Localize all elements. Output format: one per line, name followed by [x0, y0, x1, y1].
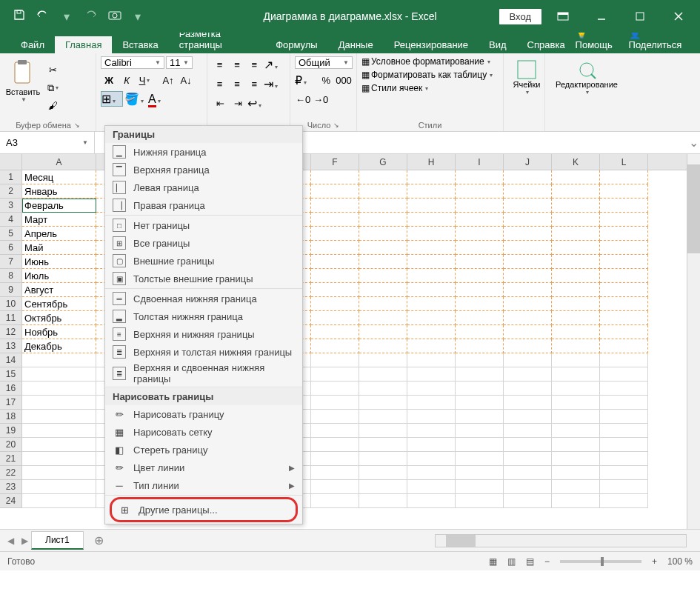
cell[interactable] [552, 255, 600, 269]
redo-icon[interactable] [83, 9, 98, 24]
zoom-slider[interactable] [560, 560, 641, 563]
cell[interactable] [504, 382, 552, 396]
row-header[interactable]: 8 [0, 269, 21, 283]
cell[interactable] [407, 424, 456, 438]
cell[interactable] [407, 170, 456, 184]
cell[interactable] [504, 339, 552, 353]
cell[interactable] [311, 466, 359, 480]
cell[interactable] [600, 170, 648, 184]
col-header[interactable]: I [456, 154, 504, 170]
cell[interactable] [456, 311, 504, 325]
number-format-combo[interactable]: Общий▼ [295, 56, 353, 69]
cell[interactable] [552, 339, 600, 353]
cell[interactable] [311, 494, 359, 508]
cell[interactable]: Месяц [22, 170, 96, 184]
cell[interactable] [504, 311, 552, 325]
cell[interactable] [552, 353, 600, 367]
row-header[interactable]: 12 [0, 325, 21, 339]
cell[interactable] [456, 170, 504, 184]
cell[interactable] [311, 353, 359, 367]
minimize-icon[interactable] [584, 0, 619, 33]
cell[interactable] [456, 325, 504, 339]
cell[interactable] [552, 283, 600, 297]
cell[interactable] [456, 339, 504, 353]
row-header[interactable]: 13 [0, 339, 21, 353]
wrap-text-icon[interactable]: ↩▾ [247, 96, 270, 110]
cell[interactable] [600, 269, 648, 283]
cell[interactable] [359, 494, 407, 508]
more-borders-item[interactable]: ⊞Другие границы... [115, 501, 293, 519]
row-header[interactable]: 3 [0, 199, 21, 213]
cell[interactable]: Октябрь [22, 311, 96, 325]
cell[interactable] [359, 367, 407, 382]
cell[interactable] [407, 396, 456, 410]
cell[interactable] [504, 199, 552, 213]
cell[interactable] [600, 311, 648, 325]
align-center-icon[interactable]: ≡ [229, 76, 244, 92]
cell[interactable]: Сентябрь [22, 297, 96, 311]
cell[interactable] [407, 466, 456, 480]
cell[interactable] [311, 297, 359, 311]
row-header[interactable]: 21 [0, 452, 21, 466]
zoom-level[interactable]: 100 % [667, 556, 693, 567]
row-header[interactable]: 6 [0, 241, 21, 255]
align-left-icon[interactable]: ≡ [212, 76, 227, 92]
cell[interactable] [504, 438, 552, 452]
cell[interactable] [407, 255, 456, 269]
cell[interactable] [600, 353, 648, 367]
cell[interactable] [600, 184, 648, 199]
row-header[interactable]: 16 [0, 382, 21, 396]
row-header[interactable]: 1 [0, 170, 21, 184]
font-size-combo[interactable]: 11▼ [166, 56, 193, 69]
cell[interactable] [359, 438, 407, 452]
align-right-icon[interactable]: ≡ [247, 76, 262, 92]
cell[interactable] [600, 494, 648, 508]
cell[interactable] [359, 466, 407, 480]
row-header[interactable]: 19 [0, 424, 21, 438]
border-item[interactable]: ═Сдвоенная нижняя граница [105, 290, 302, 307]
percent-icon[interactable]: % [318, 72, 334, 88]
cell[interactable] [359, 213, 407, 227]
cell[interactable] [456, 255, 504, 269]
cell[interactable] [359, 170, 407, 184]
cell[interactable] [311, 283, 359, 297]
grow-font-icon[interactable]: A↑ [160, 72, 176, 88]
cell[interactable] [22, 382, 96, 396]
cell[interactable] [600, 480, 648, 494]
cell[interactable] [504, 494, 552, 508]
sheet-nav-next-icon[interactable]: ▶ [21, 536, 28, 546]
cell[interactable] [552, 494, 600, 508]
cell[interactable] [456, 269, 504, 283]
draw-border-item[interactable]: ◧Стереть границу [105, 441, 302, 459]
cell-styles-button[interactable]: ▦ Стили ячеек▾ [361, 83, 499, 93]
cell[interactable] [22, 466, 96, 480]
name-box[interactable]: A3▼ [0, 132, 95, 153]
row-header[interactable]: 14 [0, 353, 21, 367]
zoom-in-icon[interactable]: + [652, 556, 657, 567]
vertical-scrollbar[interactable] [687, 154, 700, 529]
cell[interactable] [552, 311, 600, 325]
row-header[interactable]: 15 [0, 367, 21, 382]
sheet-nav-prev-icon[interactable]: ◀ [0, 536, 21, 546]
cell[interactable] [504, 410, 552, 424]
cell[interactable]: Апрель [22, 227, 96, 241]
col-header[interactable]: L [600, 154, 648, 170]
cell[interactable]: Февраль [22, 199, 96, 213]
cell[interactable] [456, 424, 504, 438]
cell[interactable] [600, 466, 648, 480]
tab-review[interactable]: Рецензирование [384, 36, 479, 53]
cell[interactable] [22, 396, 96, 410]
cell[interactable]: Декабрь [22, 339, 96, 353]
cell[interactable] [407, 269, 456, 283]
cell[interactable] [600, 382, 648, 396]
tab-data[interactable]: Данные [328, 36, 384, 53]
cell[interactable] [311, 480, 359, 494]
cell[interactable] [311, 184, 359, 199]
paste-button[interactable]: Вставить▼ [4, 56, 41, 119]
col-header[interactable]: F [311, 154, 359, 170]
cell[interactable] [456, 466, 504, 480]
cell[interactable] [359, 199, 407, 213]
cell[interactable] [456, 367, 504, 382]
row-header[interactable]: 11 [0, 311, 21, 325]
cell[interactable] [311, 255, 359, 269]
